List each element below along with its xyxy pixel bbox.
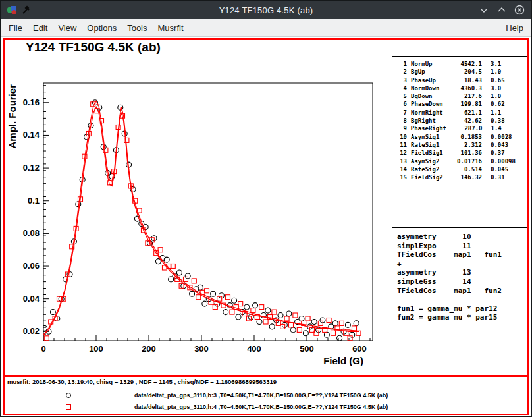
menu-bar: File Edit View Options Tools Musrfit Hel… (1, 19, 531, 37)
param-row: 12FieldSig1101.360.37 (396, 149, 523, 157)
open-square-marker-icon (66, 404, 71, 410)
app-icon (7, 5, 17, 15)
parameter-box: 1NormUp4542.13.12BgUp204.51.03PhaseUp18.… (392, 56, 527, 225)
svg-text:0.1: 0.1 (28, 196, 40, 206)
svg-text:100: 100 (89, 344, 103, 354)
svg-text:0.14: 0.14 (23, 130, 40, 140)
svg-text:0.12: 0.12 (23, 163, 40, 173)
menu-item-musrfit[interactable]: Musrfit (153, 20, 189, 36)
param-row: 5BgDown217.61.0 (396, 92, 523, 100)
menu-item-help[interactable]: Help (500, 20, 529, 36)
param-row: 15FieldSig2146.320.31 (396, 173, 523, 181)
x-axis-title: Field (G) (323, 355, 363, 366)
canvas-pad-divider (3, 375, 529, 377)
legend-entry-h3: data/deltat_pta_gps_3110,h:3 ,T0=4.50K,T… (1, 391, 531, 400)
legend-entry-h4: data/deltat_pta_gps_3110,h:4 ,T0=4.50K,T… (1, 403, 531, 412)
parameter-rows: 1NormUp4542.13.12BgUp204.51.03PhaseUp18.… (396, 60, 523, 181)
plot-title: Y124 TF150G 4.5K (ab) (26, 40, 161, 55)
menu-item-view[interactable]: View (53, 20, 82, 36)
open-circle-marker-icon (66, 393, 71, 398)
minimize-button[interactable] (478, 4, 490, 16)
theory-box: asymmetry 10 simplExpo 11 TFieldCos map1… (392, 227, 527, 374)
y-axis-title: Ampl. Fourier (7, 84, 18, 149)
legend-label: data/deltat_pta_gps_3110,h:3 ,T0=4.50K,T… (134, 392, 388, 399)
window-controls (478, 4, 525, 16)
param-row: 11RateSig12.3120.043 (396, 141, 523, 149)
svg-text:200: 200 (142, 344, 156, 354)
svg-text:500: 500 (300, 344, 314, 354)
param-row: 3PhaseUp18.430.65 (396, 76, 523, 84)
window-title: Y124 TF150G 4.5K (ab) (1, 5, 531, 15)
param-row: 4NormDown4360.33.0 (396, 84, 523, 92)
titlebar: Y124 TF150G 4.5K (ab) (1, 1, 531, 19)
param-row: 6PhaseDown199.810.62 (396, 100, 523, 108)
close-icon (514, 4, 525, 16)
tool-icon (22, 5, 31, 14)
minimize-icon (478, 4, 490, 16)
param-row: 9PhaseRight287.01.4 (396, 125, 523, 132)
window: Y124 TF150G 4.5K (ab) File Edit View Opt… (0, 0, 532, 417)
param-row: 8BgRight42.620.38 (396, 117, 523, 125)
svg-text:0.16: 0.16 (23, 97, 40, 107)
legend-label: data/deltat_pta_gps_3110,h:4 ,T0=4.50K,T… (134, 404, 388, 410)
fit-info-line: musrfit: 2018-06-30, 13:19:40, chisq = 1… (7, 378, 277, 385)
plot-frame (43, 83, 373, 341)
param-row: 13AsymSig20.017160.00098 (396, 157, 523, 165)
menu-item-options[interactable]: Options (82, 20, 122, 36)
maximize-button[interactable] (496, 4, 508, 16)
titlebar-icons (7, 5, 31, 15)
svg-text:400: 400 (247, 344, 261, 354)
svg-text:0: 0 (41, 344, 45, 354)
theory-text: asymmetry 10 simplExpo 11 TFieldCos map1… (397, 233, 522, 322)
close-button[interactable] (514, 4, 525, 16)
menu-item-file[interactable]: File (3, 20, 28, 36)
param-row: 1NormUp4542.13.1 (396, 60, 523, 68)
plot-canvas[interactable]: 01002003004005006000.020.040.060.080.10.… (6, 62, 391, 372)
svg-text:0.06: 0.06 (23, 261, 40, 271)
svg-text:600: 600 (352, 344, 367, 354)
svg-text:0.08: 0.08 (23, 228, 40, 238)
param-row: 2BgUp204.51.0 (396, 68, 523, 76)
root-canvas: Y124 TF150G 4.5K (ab) 010020030040050060… (1, 37, 531, 416)
svg-text:0.02: 0.02 (23, 326, 40, 336)
param-row: 10AsymSig10.18530.0028 (396, 133, 523, 141)
maximize-icon (496, 4, 508, 16)
svg-text:0.04: 0.04 (23, 294, 40, 304)
fit-line-2 (43, 107, 359, 335)
param-row: 14RateSig20.5140.045 (396, 165, 523, 173)
svg-text:300: 300 (194, 344, 209, 354)
menu-item-tools[interactable]: Tools (122, 20, 152, 36)
menu-item-edit[interactable]: Edit (28, 20, 53, 36)
param-row: 7NormRight621.11.1 (396, 109, 523, 117)
